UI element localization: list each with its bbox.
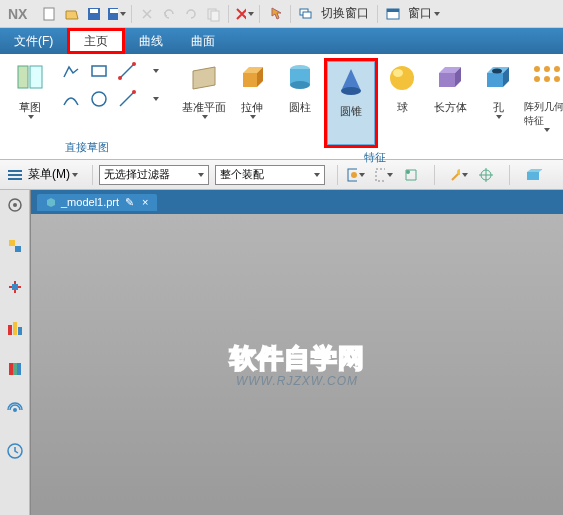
delete-icon[interactable]: [234, 4, 254, 24]
svg-point-24: [390, 66, 414, 90]
svg-rect-54: [13, 363, 17, 375]
window-menu-button[interactable]: 窗口: [408, 5, 440, 22]
svg-point-19: [132, 90, 136, 94]
constraints-icon[interactable]: [6, 278, 24, 299]
svg-point-30: [534, 76, 540, 82]
sketch-button[interactable]: 草图: [6, 58, 54, 121]
open-icon[interactable]: [62, 4, 82, 24]
cone-button[interactable]: 圆锥: [327, 61, 375, 145]
left-rail: [0, 190, 30, 515]
tab-dirty-marker: ✎: [125, 196, 134, 209]
chevron-down-icon: [250, 115, 256, 119]
cylinder-button[interactable]: 圆柱: [276, 58, 324, 117]
part-icon: [45, 196, 57, 208]
part-navigator-icon[interactable]: [6, 237, 24, 258]
select-icon-5[interactable]: [476, 165, 496, 185]
more-tool-2[interactable]: [142, 86, 168, 112]
sketch-tools-grid: [58, 58, 168, 112]
svg-point-15: [118, 76, 122, 80]
pattern-icon: [528, 60, 563, 96]
touch-icon[interactable]: [265, 4, 285, 24]
select-icon-1[interactable]: [345, 165, 365, 185]
arc-tool[interactable]: [58, 86, 84, 112]
app-logo: NX: [4, 6, 31, 22]
menu-curve[interactable]: 曲线: [125, 28, 177, 54]
more-tool-1[interactable]: [142, 58, 168, 84]
menu-surface[interactable]: 曲面: [177, 28, 229, 54]
point-line-tool[interactable]: [114, 86, 140, 112]
svg-rect-12: [30, 66, 42, 88]
ribbon-group-sketch: 草图 直接草图: [0, 58, 174, 159]
assembly-scope-combo[interactable]: 整个装配: [215, 165, 325, 185]
model-canvas[interactable]: 软件自学网 WWW.RJZXW.COM: [31, 214, 563, 515]
switch-window-icon[interactable]: [296, 4, 316, 24]
ribbon: 草图 直接草图 基准平面: [0, 54, 563, 160]
watermark-url: WWW.RJZXW.COM: [230, 374, 365, 388]
profile-tool[interactable]: [58, 58, 84, 84]
svg-line-14: [120, 64, 134, 78]
document-tab-strip: _model1.prt ✎ ×: [31, 190, 563, 214]
svg-rect-55: [17, 363, 21, 375]
svg-rect-10: [387, 9, 399, 12]
circle-tool[interactable]: [86, 86, 112, 112]
svg-point-29: [554, 66, 560, 72]
select-icon-3[interactable]: [401, 165, 421, 185]
select-icon-6[interactable]: [523, 165, 543, 185]
cuboid-button[interactable]: 长方体: [426, 58, 474, 117]
svg-point-26: [492, 69, 502, 74]
new-file-icon[interactable]: [40, 4, 60, 24]
svg-rect-49: [12, 284, 18, 290]
web-icon[interactable]: [6, 401, 24, 422]
window-icon[interactable]: [383, 4, 403, 24]
line-tool[interactable]: [114, 58, 140, 84]
copy-icon[interactable]: [203, 4, 223, 24]
hamburger-icon: [6, 168, 24, 182]
svg-point-32: [554, 76, 560, 82]
tab-close-button[interactable]: ×: [142, 196, 148, 208]
title-bar: NX 切换窗口 窗口: [0, 0, 563, 28]
svg-rect-2: [90, 9, 98, 13]
filter-bar: 菜单(M) 无选择过滤器 整个装配: [0, 160, 563, 190]
cone-highlight-box: 圆锥: [324, 58, 378, 148]
document-tab[interactable]: _model1.prt ✎ ×: [37, 194, 157, 211]
svg-rect-47: [9, 240, 15, 246]
selection-filter-combo[interactable]: 无选择过滤器: [99, 165, 209, 185]
sphere-icon: [384, 60, 420, 96]
cuboid-icon: [432, 60, 468, 96]
pattern-geometry-button[interactable]: 阵列几何特征: [522, 58, 563, 134]
undo-icon[interactable]: [159, 4, 179, 24]
select-icon-4[interactable]: [448, 165, 468, 185]
menu-bar: 文件(F) 主页 曲线 曲面: [0, 28, 563, 54]
save-icon[interactable]: [84, 4, 104, 24]
extrude-button[interactable]: 拉伸: [228, 58, 276, 121]
datum-plane-button[interactable]: 基准平面: [180, 58, 228, 121]
svg-rect-44: [527, 172, 539, 180]
select-icon-2[interactable]: [373, 165, 393, 185]
selection-filter-value: 无选择过滤器: [104, 167, 170, 182]
work-area: _model1.prt ✎ × 软件自学网 WWW.RJZXW.COM: [0, 190, 563, 515]
library-icon[interactable]: [6, 360, 24, 381]
settings-icon[interactable]: [6, 196, 24, 217]
redo-icon[interactable]: [181, 4, 201, 24]
hole-button[interactable]: 孔: [474, 58, 522, 121]
rectangle-tool[interactable]: [86, 58, 112, 84]
menu-button[interactable]: 菜单(M): [6, 166, 78, 183]
save-dropdown-icon[interactable]: [106, 4, 126, 24]
switch-window-label: 切换窗口: [321, 5, 369, 22]
watermark-title: 软件自学网: [230, 341, 365, 376]
ribbon-group-features: 基准平面 拉伸 圆柱 圆锥 球: [174, 58, 563, 159]
menu-file[interactable]: 文件(F): [0, 28, 67, 54]
cut-icon[interactable]: [137, 4, 157, 24]
svg-line-18: [120, 92, 134, 106]
clock-icon[interactable]: [6, 442, 24, 463]
watermark: 软件自学网 WWW.RJZXW.COM: [230, 341, 365, 388]
switch-window-button[interactable]: 切换窗口: [321, 5, 369, 22]
extrude-icon: [234, 60, 270, 96]
svg-point-46: [13, 203, 17, 207]
window-menu-label: 窗口: [408, 5, 432, 22]
menu-home[interactable]: 主页: [67, 28, 125, 54]
group-label-direct-sketch: 直接草图: [6, 138, 168, 159]
sphere-button[interactable]: 球: [378, 58, 426, 117]
history-icon[interactable]: [6, 319, 24, 340]
hole-icon: [480, 60, 516, 96]
